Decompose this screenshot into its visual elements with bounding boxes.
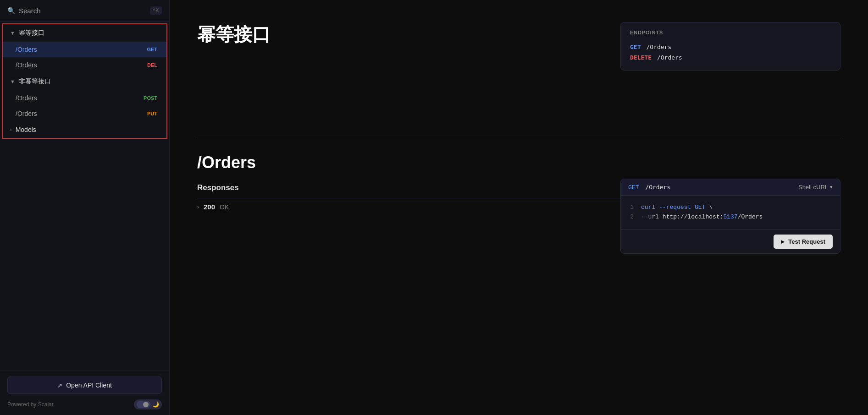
test-request-button[interactable]: ▶ Test Request — [774, 235, 833, 249]
method-badge-post: POST — [142, 95, 159, 101]
nav-group-idempotent[interactable]: ▼ 幂等接口 — [3, 24, 166, 42]
status-text-ok: OK — [220, 203, 229, 211]
code-line-2: 2 --url http://localhost:5137/Orders — [628, 213, 833, 222]
shell-chevron-icon: ▾ — [830, 184, 833, 190]
nav-item-orders-get[interactable]: /Orders GET — [3, 42, 166, 57]
search-bar[interactable]: 🔍 Search ^K — [0, 0, 169, 22]
test-request-label: Test Request — [788, 238, 825, 245]
chevron-right-icon: › — [10, 127, 12, 132]
nav-item-path: /Orders — [16, 61, 37, 69]
toggle-thumb — [143, 402, 149, 407]
search-shortcut: ^K — [150, 6, 162, 15]
endpoint-row-get[interactable]: GET /Orders — [630, 42, 831, 52]
toggle-track — [137, 401, 150, 408]
line-num-1: 1 — [628, 203, 634, 213]
code-block: 1 curl --request GET \ 2 --url http — [621, 196, 840, 229]
status-code-200: 200 — [204, 203, 215, 211]
group-label-idempotent: 幂等接口 — [19, 29, 44, 37]
cp-method: GET — [628, 184, 639, 191]
sidebar-bottom: ↗ Open API Client Powered by Scalar 🌙 — [0, 371, 169, 415]
group-label-non-idempotent: 非幂等接口 — [19, 77, 51, 86]
play-icon: ▶ — [781, 239, 785, 244]
open-api-client-button[interactable]: ↗ Open API Client — [7, 377, 162, 394]
code-content-2: --url http://localhost:5137/Orders — [641, 213, 763, 222]
sidebar: 🔍 Search ^K ▼ 幂等接口 /Orders GET /Orders D… — [0, 0, 170, 415]
line-num-2: 2 — [628, 213, 634, 222]
code-content-1: curl --request GET \ — [641, 203, 713, 213]
nav-item-path: /Orders — [16, 46, 37, 53]
nav-item-orders-del[interactable]: /Orders DEL — [3, 57, 166, 73]
nav-group-models[interactable]: › Models — [3, 121, 166, 138]
shell-label: Shell cURL — [798, 184, 828, 191]
group-label-models: Models — [16, 126, 36, 133]
main-content: 幂等接口 ENDPOINTS GET /Orders DELETE /Order… — [170, 0, 868, 415]
arrow-icon: ↗ — [57, 382, 62, 389]
ep-path-get: /Orders — [646, 44, 671, 50]
search-left: 🔍 Search — [7, 7, 41, 15]
nav-item-orders-post[interactable]: /Orders POST — [3, 90, 166, 106]
content-inner: 幂等接口 ENDPOINTS GET /Orders DELETE /Order… — [170, 0, 868, 389]
section-title-orders: /Orders — [197, 153, 840, 172]
nav-section: ▼ 幂等接口 /Orders GET /Orders DEL ▼ 非幂等接口 /… — [2, 23, 167, 139]
method-badge-put: PUT — [145, 110, 159, 117]
endpoints-panel: ENDPOINTS GET /Orders DELETE /Orders — [620, 22, 840, 71]
code-panel-footer: ▶ Test Request — [621, 229, 840, 253]
moon-icon: 🌙 — [152, 401, 159, 408]
endpoints-panel-title: ENDPOINTS — [630, 30, 831, 35]
search-icon: 🔍 — [7, 7, 15, 14]
ep-path-delete: /Orders — [657, 54, 682, 61]
powered-by-row: Powered by Scalar 🌙 — [7, 399, 162, 410]
code-panel: GET /Orders Shell cURL ▾ 1 curl --reques… — [620, 179, 840, 254]
ep-method-get: GET — [630, 44, 641, 50]
code-panel-header: GET /Orders Shell cURL ▾ — [621, 179, 840, 196]
nav-group-non-idempotent[interactable]: ▼ 非幂等接口 — [3, 73, 166, 90]
search-label: Search — [19, 7, 41, 15]
chevron-right-icon: › — [197, 204, 199, 210]
method-badge-del: DEL — [145, 62, 159, 68]
theme-toggle[interactable]: 🌙 — [134, 399, 162, 410]
powered-by-label: Powered by Scalar — [7, 401, 54, 408]
open-api-client-label: Open API Client — [66, 382, 112, 389]
nav-item-path: /Orders — [16, 110, 37, 117]
nav-item-orders-put[interactable]: /Orders PUT — [3, 106, 166, 121]
code-line-1: 1 curl --request GET \ — [628, 203, 833, 213]
cp-path: /Orders — [645, 184, 670, 191]
chevron-down-icon-2: ▼ — [10, 79, 15, 84]
endpoint-row-delete[interactable]: DELETE /Orders — [630, 52, 831, 63]
shell-selector[interactable]: Shell cURL ▾ — [798, 184, 833, 191]
method-badge-get: GET — [145, 46, 159, 53]
ep-method-delete: DELETE — [630, 54, 652, 61]
chevron-down-icon: ▼ — [10, 30, 15, 36]
code-panel-title: GET /Orders — [628, 184, 670, 191]
section-divider — [197, 139, 840, 139]
nav-item-path: /Orders — [16, 94, 37, 102]
